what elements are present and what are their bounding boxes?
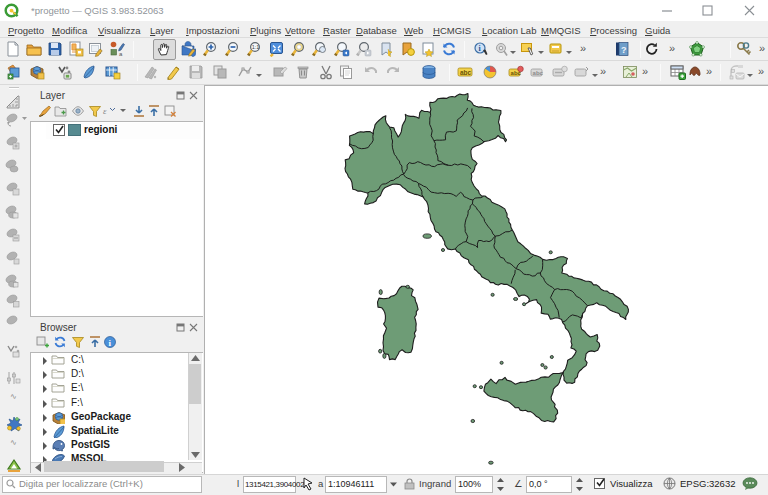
svg-text:ε: ε xyxy=(103,106,107,116)
svg-text:a: a xyxy=(119,51,123,57)
svg-text:abc: abc xyxy=(533,70,544,76)
svg-text:abc: abc xyxy=(460,69,472,76)
svg-text:1:1: 1:1 xyxy=(252,44,260,50)
svg-text:?: ? xyxy=(621,45,627,55)
